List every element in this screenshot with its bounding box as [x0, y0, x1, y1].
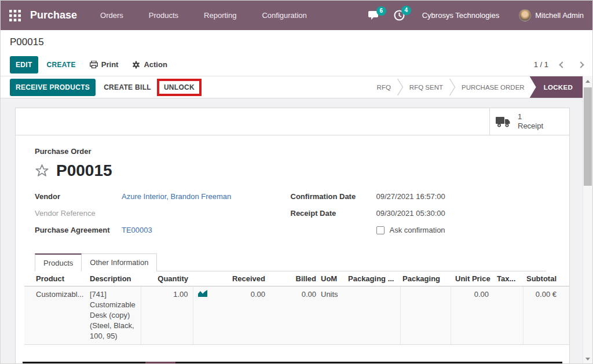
receive-products-button[interactable]: RECEIVE PRODUCTS — [10, 79, 96, 96]
field-value-purchase-agreement[interactable]: TE00003 — [122, 226, 291, 234]
cell-received[interactable]: 0.00 — [210, 286, 270, 345]
state-rfq-sent[interactable]: RFQ SENT — [404, 84, 449, 91]
truck-icon — [496, 116, 511, 127]
control-panel: P00015 EDIT CREATE Print — [1, 30, 592, 79]
menu-configuration[interactable]: Configuration — [257, 8, 311, 23]
activities-button[interactable]: 4 — [394, 10, 405, 21]
chevron-separator-icon — [397, 76, 404, 98]
header-unit-price[interactable]: Unit Price — [451, 271, 493, 286]
activities-badge: 4 — [401, 6, 411, 15]
header-packaging-quantity[interactable]: Packaging ... — [346, 271, 400, 286]
cell-billed[interactable]: 0.00 — [270, 286, 318, 345]
cell-taxes[interactable] — [493, 286, 523, 345]
cell-product[interactable]: Customizabl... — [36, 289, 84, 300]
cell-description[interactable]: [741] Customizable Desk (copy) (Steel, B… — [85, 286, 141, 345]
document-type-label: Purchase Order — [35, 147, 546, 156]
cell-packaging[interactable] — [400, 286, 451, 345]
ask-confirmation-label: Ask confirmation — [390, 226, 445, 234]
field-label-confirmation-date: Confirmation Date — [291, 192, 376, 201]
button-box: 1 Receipt — [16, 108, 569, 135]
favorite-star-icon[interactable] — [35, 164, 49, 178]
cell-uom[interactable]: Units — [318, 286, 346, 345]
breadcrumb: P00015 — [10, 36, 583, 48]
scrollbar-up-icon[interactable] — [585, 80, 590, 83]
pager-previous-icon[interactable] — [559, 61, 565, 68]
action-button[interactable]: Action — [132, 60, 167, 69]
unlock-button[interactable]: UNLOCK — [164, 83, 195, 91]
edit-button[interactable]: EDIT — [10, 56, 38, 73]
scrollbar-down-icon[interactable] — [585, 358, 590, 361]
gear-icon — [132, 61, 140, 69]
forecast-area-chart-icon[interactable] — [198, 289, 207, 297]
pager-next-icon[interactable] — [577, 61, 584, 68]
table-header-row: Product Description Quantity Received Bi… — [24, 271, 569, 286]
receipt-stat-button[interactable]: 1 Receipt — [489, 108, 569, 135]
chevron-separator-icon — [449, 76, 456, 98]
user-avatar[interactable] — [519, 9, 531, 21]
systray: 6 4 Cybrosys Technologies Mitchell Admin — [368, 9, 584, 21]
print-button[interactable]: Print — [90, 60, 119, 69]
header-product[interactable]: Product — [24, 271, 85, 286]
user-menu[interactable]: Mitchell Admin — [535, 11, 584, 20]
cell-packaging-quantity[interactable] — [346, 286, 400, 345]
cell-subtotal[interactable]: 0.00 € — [523, 286, 569, 345]
status-pipeline: RFQ RFQ SENT PURCHASE ORDER LOCKED — [371, 76, 584, 98]
menu-products[interactable]: Products — [144, 8, 183, 23]
apps-grid-icon[interactable] — [9, 10, 21, 21]
cell-quantity[interactable]: 1.00 — [141, 286, 193, 345]
messages-button[interactable]: 6 — [368, 10, 380, 20]
menu-reporting[interactable]: Reporting — [199, 8, 241, 23]
app-name[interactable]: Purchase — [30, 9, 77, 21]
main-menu: Orders Products Reporting Configuration — [96, 1, 328, 30]
order-line-row[interactable]: Customizabl... [741] Customizable Desk (… — [24, 286, 569, 345]
scrollbar-thumb[interactable] — [584, 87, 592, 186]
statusbar: RECEIVE PRODUCTS CREATE BILL UNLOCK RFQ … — [1, 76, 584, 98]
print-label: Print — [101, 60, 119, 69]
notebook-tabs: Products Other Information — [35, 253, 546, 271]
fields-right-column: Confirmation Date 09/27/2021 16:57:00 Re… — [291, 188, 547, 238]
cell-unit-price[interactable]: 0.00 — [451, 286, 493, 345]
field-value-vendor[interactable]: Azure Interior, Brandon Freeman — [122, 192, 291, 201]
fields-left-column: Vendor Azure Interior, Brandon Freeman V… — [35, 188, 291, 238]
state-rfq[interactable]: RFQ — [371, 84, 397, 91]
state-locked[interactable]: LOCKED — [530, 76, 584, 98]
tab-products[interactable]: Products — [35, 253, 82, 271]
order-lines-table: Product Description Quantity Received Bi… — [24, 271, 569, 345]
header-billed[interactable]: Billed — [270, 271, 318, 286]
printer-icon — [90, 61, 98, 68]
unlock-annotation-box: UNLOCK — [157, 79, 202, 96]
menu-orders[interactable]: Orders — [96, 8, 128, 23]
header-subtotal[interactable]: Subtotal — [523, 271, 569, 286]
field-value-receipt-date[interactable]: 09/30/2021 05:30:00 — [376, 209, 547, 218]
field-label-vendor-reference: Vendor Reference — [35, 209, 122, 218]
header-received[interactable]: Received — [210, 271, 270, 286]
vertical-scrollbar[interactable] — [583, 76, 592, 364]
action-label: Action — [144, 60, 167, 69]
header-description[interactable]: Description — [85, 271, 141, 286]
form-view-background: 1 Receipt Purchase Order P00015 — [1, 98, 584, 364]
window-bottom-edge — [23, 362, 562, 363]
form-sheet-card: 1 Receipt Purchase Order P00015 — [15, 108, 570, 364]
page-title: P00015 — [56, 161, 112, 180]
company-switcher[interactable]: Cybrosys Technologies — [422, 11, 499, 20]
header-quantity[interactable]: Quantity — [141, 271, 193, 286]
odoo-window: Purchase Orders Products Reporting Confi… — [0, 0, 593, 364]
pager-count: 1 / 1 — [534, 60, 548, 69]
cell-forecast[interactable] — [193, 286, 210, 345]
header-packaging[interactable]: Packaging — [400, 271, 451, 286]
header-uom[interactable]: UoM — [318, 271, 346, 286]
header-taxes[interactable]: Tax... — [493, 271, 523, 286]
field-label-receipt-date: Receipt Date — [291, 209, 376, 218]
create-bill-button[interactable]: CREATE BILL — [104, 83, 151, 91]
window-bottom-accent — [145, 362, 175, 363]
field-label-vendor: Vendor — [35, 192, 122, 201]
receipt-count: 1 — [518, 112, 543, 122]
messages-badge: 6 — [376, 6, 386, 16]
field-label-purchase-agreement: Purchase Agreement — [35, 226, 122, 234]
form-sheet: Purchase Order P00015 Vendor Azure Inter… — [16, 135, 569, 345]
field-value-confirmation-date[interactable]: 09/27/2021 16:57:00 — [376, 192, 547, 201]
create-button[interactable]: CREATE — [47, 56, 76, 73]
ask-confirmation-checkbox[interactable] — [376, 226, 385, 234]
state-purchase-order[interactable]: PURCHASE ORDER — [456, 84, 530, 91]
tab-other-information[interactable]: Other Information — [82, 253, 157, 271]
